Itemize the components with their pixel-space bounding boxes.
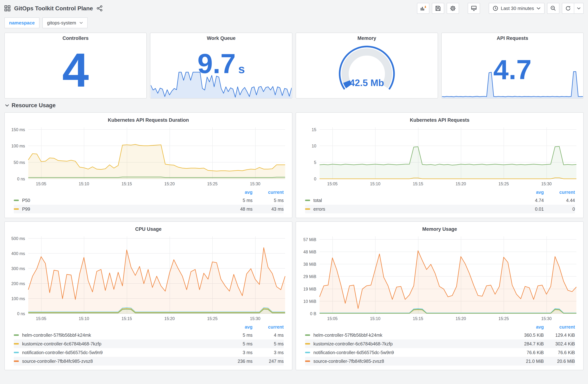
legend-col-avg[interactable]: avg (224, 190, 252, 195)
legend-col-current[interactable]: current (252, 190, 284, 195)
legend-row[interactable]: notification-controller-6d56575dc-5w9n97… (305, 348, 575, 357)
panel-work-queue: Work Queue 9.7 s (150, 33, 292, 99)
legend-swatch (14, 361, 19, 362)
save-dashboard-button[interactable] (432, 3, 444, 14)
legend-swatch (305, 208, 310, 210)
chart-plot-area[interactable] (28, 127, 285, 179)
x-axis-tick: 15:05 (36, 316, 46, 321)
panel-title[interactable]: Memory Usage (299, 224, 580, 232)
panel-memory: Memory 42.5 Mb (296, 33, 438, 99)
zoom-out-time-button[interactable] (547, 3, 559, 14)
legend-row[interactable]: total4.744.44 (305, 196, 575, 205)
chart-canvas (319, 127, 576, 179)
y-axis-tick: 0 ns (17, 311, 28, 316)
chart-legend: avgcurrenttotal4.744.44errors0.010 (299, 188, 580, 215)
legend-col-current[interactable]: current (544, 190, 575, 195)
chart-canvas (28, 236, 285, 314)
legend-series-name: P99 (14, 207, 224, 212)
legend-series-name: errors (305, 207, 515, 212)
legend-avg-value: 0.01 (515, 207, 544, 212)
legend-row[interactable]: kustomize-controller-6c6784b468-7kzfp284… (305, 340, 575, 348)
x-axis-tick: 15:10 (370, 316, 380, 321)
refresh-interval-dropdown[interactable] (574, 3, 584, 14)
legend-avg-value: 76.6 KiB (515, 350, 544, 355)
variable-value-dropdown[interactable]: gitops-system (42, 17, 88, 28)
x-axis-tick: 15:10 (79, 316, 89, 321)
x-axis-tick: 15:25 (498, 181, 509, 186)
legend-row[interactable]: source-controller-7fb84fc985-zvsz821.0 M… (305, 357, 575, 365)
legend-row[interactable]: kustomize-controller-6c6784b468-7kzfp5 m… (14, 340, 284, 348)
legend-row[interactable]: P9948 ms43 ms (14, 205, 284, 213)
dashboard-settings-button[interactable] (447, 3, 459, 14)
chart-plot-area[interactable] (319, 127, 576, 179)
time-range-picker[interactable]: Last 30 minutes (489, 3, 545, 14)
legend-series-name: helm-controller-57f9b56bbf-k24mk (14, 333, 224, 338)
legend-col-avg[interactable]: avg (224, 324, 252, 330)
time-range-label: Last 30 minutes (501, 6, 534, 11)
panel-title[interactable]: Kubernetes API Requests Duration (8, 115, 289, 123)
legend-avg-value: 360.5 KiB (515, 333, 544, 338)
gauge-arc (329, 42, 405, 98)
chart-legend: avgcurrenthelm-controller-57f9b56bbf-k24… (299, 322, 580, 368)
section-resource-usage[interactable]: Resource Usage (0, 99, 588, 112)
legend-col-avg[interactable]: avg (515, 324, 544, 330)
legend-row[interactable]: helm-controller-57f9b56bbf-k24mk5 ms4 ms (14, 331, 284, 340)
x-axis-tick: 15:05 (327, 181, 338, 186)
legend-avg-value: 5 ms (224, 341, 252, 346)
x-axis-tick: 15:15 (413, 316, 423, 321)
legend-header: avgcurrent (305, 188, 575, 196)
panel-title[interactable]: Work Queue (150, 33, 292, 41)
work-queue-sparkline (151, 66, 292, 98)
x-axis-tick: 15:20 (456, 316, 466, 321)
x-axis-tick: 15:25 (207, 316, 218, 321)
legend-row[interactable]: source-controller-7fb84fc985-zvsz8236 ms… (14, 357, 284, 365)
charts-row-2: CPU Usage 0 ns100 ms200 ms300 ms400 ms50… (0, 221, 588, 370)
x-axis-tick: 15:25 (498, 316, 509, 321)
refresh-dashboard-button[interactable] (562, 3, 574, 14)
legend-swatch (14, 343, 19, 344)
x-axis-tick: 15:30 (541, 316, 552, 321)
series-area-source-controller-7fb84fc985-zvsz8 (28, 248, 285, 314)
variable-label: namespace (4, 17, 40, 28)
grafana-dashboard: GitOps Toolkit Control Plane (0, 0, 588, 370)
variable-value: gitops-system (47, 20, 76, 26)
x-axis-tick: 15:20 (164, 316, 175, 321)
panel-title[interactable]: Controllers (5, 33, 146, 41)
panel-cpu-usage: CPU Usage 0 ns100 ms200 ms300 ms400 ms50… (4, 221, 292, 370)
add-panel-button[interactable] (417, 3, 429, 14)
y-axis-tick: 200 ms (11, 281, 28, 286)
legend-series-name: P50 (14, 198, 224, 203)
y-axis-tick: 0 B (310, 311, 319, 316)
x-axis-tick: 15:30 (250, 181, 260, 186)
legend-col-current[interactable]: current (252, 324, 284, 330)
legend-row[interactable]: P505 ms5 ms (14, 196, 284, 205)
panel-title[interactable]: API Requests (442, 33, 583, 41)
series-line-total (319, 146, 576, 165)
panel-title[interactable]: CPU Usage (8, 224, 289, 232)
legend-row[interactable]: errors0.010 (305, 205, 575, 213)
legend-current-value: 247 ms (252, 359, 284, 364)
cycle-view-mode-button[interactable] (468, 3, 480, 14)
legend-row[interactable]: helm-controller-57f9b56bbf-k24mk360.5 Ki… (305, 331, 575, 340)
panel-title[interactable]: Kubernetes API Requests (299, 115, 580, 123)
legend-header: avgcurrent (305, 323, 575, 331)
chart-plot-area[interactable] (319, 236, 576, 314)
legend-current-value: 129.4 KiB (544, 333, 575, 338)
chevron-down-icon (5, 104, 9, 107)
y-axis-tick: 29 MiB (303, 274, 319, 279)
panel-title[interactable]: Memory (296, 33, 438, 41)
share-dashboard-icon[interactable] (97, 5, 103, 11)
legend-current-value: 5 ms (252, 198, 284, 203)
legend-col-current[interactable]: current (544, 324, 575, 330)
chart-plot-area[interactable] (28, 236, 285, 314)
legend-avg-value: 48 ms (224, 207, 252, 212)
legend-avg-value: 21.0 MiB (515, 359, 544, 364)
y-axis-tick: 300 ms (11, 266, 28, 271)
legend-row[interactable]: notification-controller-6d56575dc-5w9n93… (14, 348, 284, 357)
legend-avg-value: 5 ms (224, 198, 252, 203)
legend-swatch (14, 200, 19, 201)
y-axis-tick: 50 ms (14, 160, 28, 165)
y-axis-tick: 38 MiB (303, 262, 319, 267)
legend-col-avg[interactable]: avg (515, 190, 544, 195)
plus-glyph (425, 6, 426, 8)
